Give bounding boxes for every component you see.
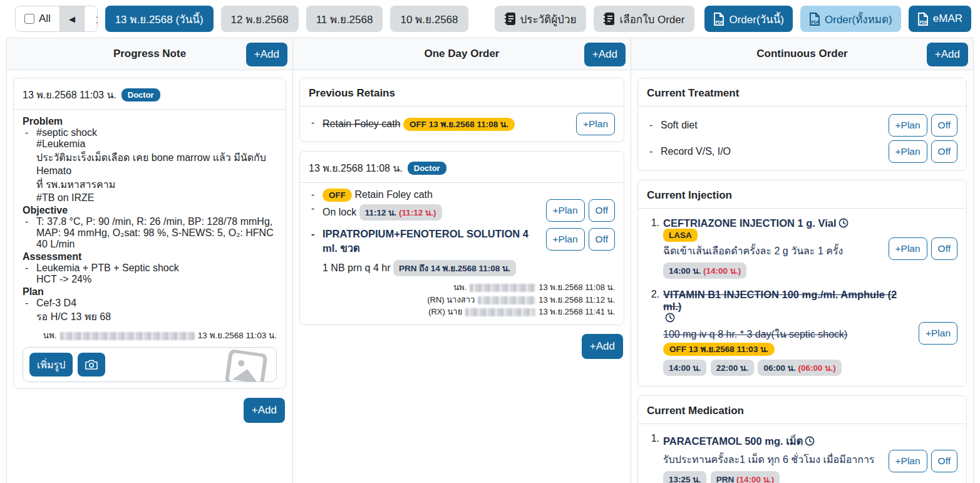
clock-icon (805, 436, 815, 446)
one-day-order-bottom-add-button[interactable]: +Add (582, 334, 623, 359)
plan-button[interactable]: +Plan (889, 114, 927, 137)
lasa-badge: LASA (663, 229, 698, 242)
date-tab-11[interactable]: 11 พ.ย.2568 (306, 6, 383, 32)
redacted-name (465, 308, 535, 316)
svg-text:PDF: PDF (919, 20, 927, 24)
off-badge: OFF (322, 189, 352, 202)
time-badge: 22:00 น. (711, 360, 754, 376)
time-badge: 06:00 น. (06:00 น.) (758, 360, 841, 376)
continuous-order-title: Continuous Order (756, 48, 847, 60)
continuous-order-header: Continuous Order +Add (631, 38, 973, 70)
progress-note-title: Progress Note (113, 48, 186, 60)
off-button[interactable]: Off (931, 114, 957, 137)
order-datetime: 13 พ.ย.2568 11:08 น. (309, 160, 403, 176)
progress-note-column: Progress Note +Add 13 พ.ย.2568 11:03 น. … (6, 38, 293, 483)
plan-button[interactable]: +Plan (919, 322, 957, 345)
pdf-file-icon: PDF (713, 13, 724, 26)
date-tab-10[interactable]: 10 พ.ย.2568 (390, 6, 468, 32)
plan-button[interactable]: +Plan (546, 199, 585, 222)
add-image-button[interactable]: เพิ่มรูป (29, 353, 73, 377)
assessment-line: HCT -> 24% (23, 274, 277, 285)
one-day-order-title: One Day Order (425, 48, 500, 60)
current-medication-title: Current Medication (647, 402, 957, 423)
off-button[interactable]: Off (589, 228, 615, 251)
treatment-item: Soft diet (647, 120, 884, 131)
progress-note-bottom-add-button[interactable]: +Add (244, 398, 285, 423)
order-signatures: นพ.13 พ.ย.2568 11:08 น. (RN) นางสาว13 พ.… (309, 278, 615, 318)
current-medication-card: Current Medication 1. PARACETAMOL 500 mg… (637, 395, 967, 483)
plan-button[interactable]: +Plan (576, 113, 615, 135)
all-checkbox-wrap[interactable]: All (16, 6, 59, 31)
current-treatment-card: Current Treatment Soft diet +Plan Off Re… (637, 78, 967, 171)
emar-label: eMAR (933, 13, 962, 25)
order-item-off-retain: OFF Retain Foley cath (309, 189, 541, 200)
order-today-pdf-button[interactable]: PDF Order(วันนี้) (704, 6, 793, 32)
off-button[interactable]: Off (931, 140, 957, 163)
off-button[interactable]: Off (589, 199, 615, 222)
prev-date-button[interactable]: ◀ (59, 6, 84, 31)
redacted-name (470, 284, 535, 292)
doctor-badge: Doctor (408, 162, 446, 175)
date-nav-group: All ◀ 13 พ.ย.2568 (วันนี้) ▶ (15, 6, 98, 32)
time-badge: 13:25 น. (663, 471, 706, 483)
continuous-order-column: Continuous Order +Add Current Treatment … (631, 38, 974, 483)
note-datetime: 13 พ.ย.2568 11:03 น. (23, 87, 116, 103)
objective-line: T: 37.8 °C, P: 90 /min, R: 26 /min, BP: … (23, 216, 277, 250)
order-card: 13 พ.ย.2568 11:08 น. Doctor OFF Retain F… (299, 151, 624, 325)
all-checkbox[interactable] (24, 14, 34, 24)
progress-note-add-button[interactable]: +Add (246, 43, 287, 66)
select-order-button[interactable]: เลือกใบ Order (594, 6, 694, 32)
assessment-heading: Assessment (23, 251, 277, 262)
left-arrow-icon: ◀ (69, 14, 75, 24)
doctor-badge: Doctor (121, 88, 160, 101)
plan-button[interactable]: +Plan (546, 228, 585, 251)
injection-item: 2. VITAMIN B1 INJECTION 100 mg./ml. Amph… (647, 286, 914, 380)
order-today-label: Order(วันนี้) (729, 11, 784, 28)
objective-heading: Objective (23, 205, 277, 216)
clock-icon (665, 313, 675, 323)
one-day-order-column: One Day Order +Add Previous Retains Reta… (293, 38, 631, 483)
pdf-file-icon: PDF (809, 13, 820, 26)
previous-retains-title: Previous Retains (309, 85, 615, 106)
plan-button[interactable]: +Plan (889, 237, 927, 260)
order-item-drug-name: IPRATROPIUM+FENOTEROL SOLUTION 4 ml. ขวด (309, 228, 541, 256)
date-tab-12[interactable]: 12 พ.ย.2568 (221, 6, 299, 32)
date-dropdown[interactable]: 13 พ.ย.2568 (วันนี้) (84, 6, 98, 31)
toolbar: All ◀ 13 พ.ย.2568 (วันนี้) ▶ 13 พ.ย.2568… (0, 0, 980, 38)
current-treatment-title: Current Treatment (647, 85, 957, 106)
patient-history-button[interactable]: ประวัติผู้ป่วย (495, 6, 587, 32)
current-injection-title: Current Injection (647, 187, 957, 208)
medication-item: 1. PARACETAMOL 500 mg. เม็ด รับประทานครั… (647, 430, 884, 483)
progress-note-header: Progress Note +Add (7, 38, 292, 70)
time-badge: 11:12 น. (11:12 น.) (359, 204, 442, 221)
problem-line: #septic shock (23, 127, 277, 138)
order-all-pdf-button[interactable]: PDF Order(ทั้งหมด) (800, 6, 901, 32)
plan-line: รอ H/C 13 พย 68 (23, 309, 277, 325)
off-badge: OFF 13 พ.ย.2568 11:03 น. (663, 343, 775, 356)
emar-pdf-button[interactable]: PDF eMAR (909, 6, 971, 32)
camera-button[interactable] (78, 353, 105, 377)
problem-line: #TB on IRZE (23, 192, 277, 204)
off-badge: OFF 13 พ.ย.2568 11:08 น. (403, 118, 515, 131)
plan-line: Cef-3 D4 (23, 298, 277, 309)
one-day-order-add-button[interactable]: +Add (584, 43, 626, 66)
time-badge: PRN (14:00 น.) (711, 471, 780, 483)
date-tab-today[interactable]: 13 พ.ย.2568 (วันนี้) (105, 6, 214, 32)
clock-icon (838, 218, 848, 228)
continuous-order-add-button[interactable]: +Add (927, 43, 968, 66)
problem-line: ประวัติมะเร็งเม็ดเลือด เคย bone marrow แ… (23, 150, 277, 177)
pdf-file-icon: PDF (917, 13, 928, 26)
plan-button[interactable]: +Plan (889, 450, 927, 472)
off-button[interactable]: Off (931, 450, 957, 472)
plan-button[interactable]: +Plan (889, 140, 927, 163)
redacted-name (60, 332, 195, 340)
time-badge: 14:00 น. (14:00 น.) (663, 262, 746, 279)
off-button[interactable]: Off (931, 237, 957, 260)
order-all-label: Order(ทั้งหมด) (825, 11, 892, 28)
prn-badge: PRN ถึง 14 พ.ย.2568 11:08 น. (393, 260, 516, 276)
problem-line: ที่ รพ.มหาสารคาม (23, 177, 277, 192)
all-label: All (39, 13, 51, 25)
treatment-item: Record V/S, I/O (647, 146, 884, 157)
problem-line: #Leukemia (23, 138, 277, 150)
one-day-order-header: One Day Order +Add (293, 38, 631, 70)
